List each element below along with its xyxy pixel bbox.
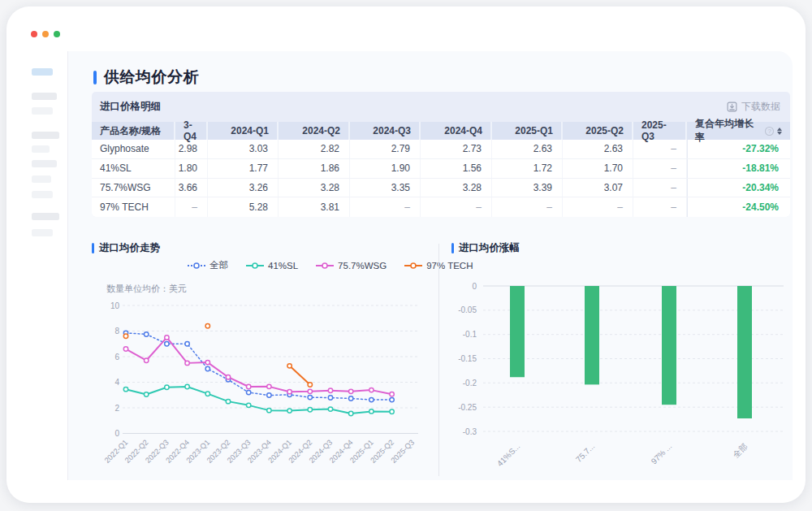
sidebar-skeleton-item — [32, 93, 57, 100]
column-header: 2024-Q1 — [208, 122, 279, 140]
value-cell: 1.80 — [175, 159, 208, 178]
line-chart-title: 进口均价走势 — [92, 241, 160, 255]
value-cell: – — [350, 197, 421, 217]
line-chart-accent-bar — [92, 243, 94, 253]
column-header-cagr-sortable[interactable]: 复合年均增长率? — [687, 122, 790, 140]
value-cell: – — [563, 197, 633, 217]
value-cell: 2.98 — [175, 140, 208, 158]
value-cell: 1.72 — [492, 159, 563, 178]
svg-text:4: 4 — [114, 378, 119, 387]
sidebar-skeleton-item — [32, 160, 57, 167]
value-text: 3.39 — [533, 182, 552, 193]
info-icon[interactable]: ? — [765, 127, 774, 136]
value-text: – — [404, 201, 410, 213]
legend-item-75.7%WSG[interactable]: 75.7%WSG — [316, 261, 387, 271]
svg-text:0: 0 — [472, 282, 477, 291]
import-price-change-bar-chart: 0-0.05-0.1-0.15-0.2-0.25-0.341%S...75.7.… — [447, 266, 792, 479]
value-text: 3.28 — [463, 182, 482, 193]
value-cell: 3.26 — [208, 179, 279, 197]
value-cell: 1.77 — [208, 159, 279, 178]
value-text: 1.90 — [391, 162, 410, 174]
value-text: 3.81 — [321, 201, 339, 213]
value-cell: – — [633, 197, 687, 217]
sidebar-skeleton-item — [32, 107, 53, 115]
cagr-cell: -18.81% — [687, 159, 790, 178]
value-text: – — [476, 201, 482, 213]
value-text: 3.28 — [321, 182, 339, 193]
download-label: 下载数据 — [741, 100, 780, 114]
bar-chart-title: 进口均价涨幅 — [451, 241, 520, 255]
value-text: 1.56 — [463, 162, 482, 174]
value-cell: 2.63 — [563, 140, 633, 158]
value-cell: 3.07 — [563, 179, 633, 197]
column-header-label: 2024-Q4 — [444, 125, 482, 136]
table-row: 75.7%WSG3.663.263.283.353.283.393.07–-20… — [92, 179, 790, 198]
import-price-table-card: 进口价格明细 下载数据 产品名称/规格3-Q42024-Q12024-Q2202… — [92, 92, 790, 217]
value-cell: 5.28 — [208, 197, 279, 217]
column-header: 2024-Q3 — [350, 122, 421, 140]
page-title-text: 供给均价分析 — [104, 67, 199, 88]
column-header-label: 2024-Q2 — [302, 125, 340, 136]
svg-text:75.7...: 75.7... — [574, 442, 596, 464]
value-cell: 1.56 — [421, 159, 492, 178]
column-header: 3-Q4 — [175, 122, 208, 140]
table-card-header: 进口价格明细 下载数据 — [92, 92, 790, 122]
svg-text:2: 2 — [114, 404, 119, 413]
value-cell: 2.73 — [421, 140, 492, 158]
table-row: Glyphosate2.983.032.822.792.732.632.63–-… — [92, 140, 790, 159]
svg-text:10: 10 — [110, 301, 120, 310]
import-price-trend-line-chart: 02468102022-Q12022-Q22022-Q32022-Q42023-… — [90, 293, 430, 479]
sidebar-skeleton-item — [32, 191, 53, 198]
value-cell: – — [633, 179, 687, 197]
value-cell: 3.39 — [492, 179, 563, 197]
value-cell: 3.35 — [350, 179, 421, 197]
value-cell: – — [492, 197, 563, 217]
svg-text:0: 0 — [114, 429, 119, 438]
value-text: 3.07 — [604, 182, 623, 193]
app-window: 供给均价分析 进口价格明细 下载数据 产品名称/规格3-Q42024-Q1202… — [6, 6, 806, 503]
column-header-label: 2025-Q3 — [641, 119, 677, 142]
value-text: 1.72 — [533, 162, 552, 174]
download-data-button[interactable]: 下载数据 — [727, 100, 780, 114]
value-text: – — [546, 201, 552, 213]
column-header-label: 产品名称/规格 — [100, 124, 161, 138]
sidebar-skeleton-item — [32, 175, 51, 183]
value-cell: 1.70 — [563, 159, 633, 178]
cagr-cell: -20.34% — [687, 179, 790, 197]
value-cell: 2.82 — [279, 140, 350, 158]
value-cell: – — [633, 159, 687, 178]
product-name-cell: 97% TECH — [92, 197, 175, 217]
svg-text:6: 6 — [114, 353, 119, 362]
value-cell: 3.81 — [279, 197, 350, 217]
value-cell: – — [421, 197, 492, 217]
cagr-cell: -27.32% — [687, 140, 790, 158]
legend-item-全部[interactable]: 全部 — [188, 259, 228, 271]
legend-item-41%SL[interactable]: 41%SL — [246, 261, 298, 271]
sort-icon[interactable] — [777, 128, 782, 135]
value-text: – — [617, 201, 623, 213]
legend-marker — [316, 262, 334, 270]
svg-text:8: 8 — [114, 327, 119, 336]
window-control-zoom[interactable] — [54, 31, 60, 37]
column-header: 2024-Q2 — [279, 122, 350, 140]
product-name-cell: 41%SL — [92, 159, 175, 178]
window-control-minimize[interactable] — [42, 31, 49, 37]
value-cell: 2.79 — [350, 140, 421, 158]
legend-marker — [404, 262, 422, 270]
window-control-close[interactable] — [31, 31, 37, 37]
value-text: 1.86 — [321, 162, 339, 174]
bar-chart-accent-bar — [451, 243, 454, 253]
screenshot-stage: 供给均价分析 进口价格明细 下载数据 产品名称/规格3-Q42024-Q1202… — [0, 0, 812, 511]
svg-text:41%S...: 41%S... — [495, 442, 522, 469]
column-header: 2025-Q3 — [633, 122, 687, 140]
value-text: 2.63 — [533, 143, 552, 154]
legend-label: 41%SL — [268, 261, 298, 271]
line-chart-title-text: 进口均价走势 — [99, 241, 160, 255]
column-header-label: 2025-Q2 — [585, 125, 624, 136]
value-text: – — [671, 201, 676, 213]
sidebar-skeleton-item — [32, 229, 53, 236]
product-name-cell: 75.7%WSG — [92, 179, 175, 197]
svg-text:-0.25: -0.25 — [458, 403, 477, 412]
value-text: 2.63 — [604, 143, 623, 154]
table-row: 41%SL1.801.771.861.901.561.721.70–-18.81… — [92, 159, 790, 179]
